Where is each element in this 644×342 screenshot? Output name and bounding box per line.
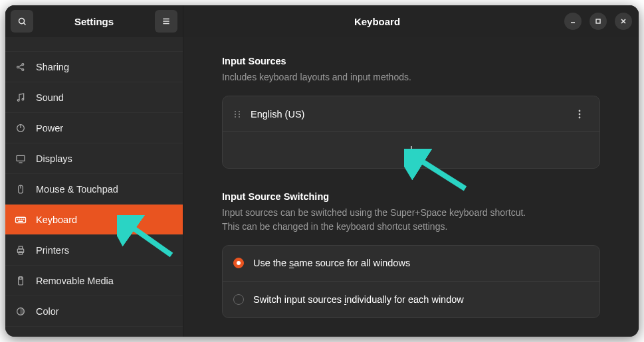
sidebar-item-power[interactable]: Power (5, 113, 183, 143)
switching-desc: Input sources can be switched using the … (222, 206, 600, 233)
content-header: Keyboard (183, 5, 639, 37)
page-title: Keyboard (190, 16, 564, 27)
radio-checked[interactable] (233, 258, 244, 268)
sidebar-item-label: Mouse & Touchpad (36, 184, 118, 195)
svg-point-39 (239, 116, 240, 118)
switching-desc-line2: This can be changed in the keyboard shor… (222, 221, 447, 232)
music-icon (15, 92, 27, 104)
svg-rect-14 (17, 155, 25, 161)
svg-point-34 (235, 111, 236, 112)
sidebar: Settings Sharing Sound (5, 5, 183, 337)
minimize-button[interactable] (564, 13, 582, 30)
switching-option-label: Switch input sources individually for ea… (253, 294, 464, 305)
svg-rect-26 (19, 252, 22, 254)
plus-icon (407, 145, 416, 155)
sidebar-header: Settings (5, 5, 183, 37)
input-source-more-button[interactable] (570, 105, 589, 124)
sidebar-list: Sharing Sound Power Displays (5, 37, 183, 337)
svg-point-23 (23, 218, 24, 219)
svg-point-11 (22, 98, 24, 100)
keyboard-icon (15, 214, 27, 226)
svg-point-38 (235, 116, 236, 118)
sidebar-item-sound[interactable]: Sound (5, 82, 183, 113)
switching-card: Use the same source for all windows Swit… (222, 245, 600, 318)
svg-point-36 (235, 114, 236, 115)
input-sources-desc: Includes keyboard layouts and input meth… (222, 70, 600, 84)
mouse-icon (15, 183, 27, 195)
svg-point-0 (19, 18, 24, 23)
svg-point-7 (22, 68, 24, 70)
hamburger-icon (161, 17, 171, 26)
add-input-source-button[interactable] (223, 132, 599, 168)
input-source-row[interactable]: English (US) (223, 96, 599, 132)
svg-point-42 (579, 116, 581, 118)
sidebar-item-keyboard[interactable]: Keyboard (5, 205, 183, 235)
sidebar-item-label: Sharing (36, 62, 69, 72)
sidebar-item-label: Keyboard (36, 214, 77, 225)
svg-line-1 (23, 23, 25, 25)
content-panel: Keyboard Input Sources Includes keyboard… (183, 5, 639, 337)
drag-handle-icon[interactable] (233, 110, 241, 119)
switching-option-same[interactable]: Use the same source for all windows (223, 246, 599, 282)
sidebar-item-label: Color (36, 306, 59, 317)
settings-window: Settings Sharing Sound (5, 5, 639, 337)
svg-line-8 (19, 64, 22, 66)
printer-icon (15, 244, 27, 256)
share-icon (15, 61, 27, 73)
sidebar-item-cutoff[interactable] (5, 40, 183, 52)
svg-point-20 (17, 218, 18, 219)
usb-icon (15, 275, 27, 287)
sidebar-item-removable[interactable]: Removable Media (5, 266, 183, 296)
svg-point-35 (239, 111, 240, 112)
minimize-icon (570, 18, 576, 25)
window-controls (564, 13, 632, 30)
sidebar-title: Settings (39, 16, 150, 27)
switching-option-individual[interactable]: Switch input sources individually for ea… (223, 282, 599, 317)
svg-point-5 (17, 66, 19, 68)
search-icon (17, 17, 27, 27)
switching-title: Input Source Switching (222, 191, 600, 202)
menu-button[interactable] (155, 10, 177, 33)
svg-point-6 (22, 63, 24, 65)
sidebar-item-label: Displays (36, 153, 72, 164)
svg-point-21 (19, 218, 20, 219)
input-sources-card: English (US) (222, 96, 600, 169)
sidebar-item-displays[interactable]: Displays (5, 143, 183, 174)
color-icon (15, 305, 27, 317)
close-button[interactable] (615, 13, 632, 30)
svg-point-10 (17, 99, 19, 101)
svg-point-40 (579, 110, 581, 112)
switching-desc-line1: Input sources can be switched using the … (222, 207, 526, 218)
sidebar-item-sharing[interactable]: Sharing (5, 52, 183, 82)
radio-unchecked[interactable] (233, 294, 244, 305)
svg-rect-25 (19, 246, 22, 249)
svg-rect-18 (16, 217, 26, 222)
power-icon (15, 122, 27, 134)
input-sources-title: Input Sources (222, 56, 600, 66)
sidebar-item-color[interactable]: Color (5, 296, 183, 327)
more-vert-icon (578, 110, 581, 119)
input-source-name: English (US) (251, 109, 304, 120)
svg-point-22 (21, 218, 22, 219)
svg-point-37 (239, 114, 240, 115)
svg-rect-31 (596, 19, 600, 23)
maximize-button[interactable] (590, 13, 607, 30)
svg-rect-28 (19, 277, 22, 279)
sidebar-item-label: Sound (36, 92, 64, 103)
svg-line-9 (19, 67, 22, 69)
svg-point-41 (579, 113, 581, 115)
sidebar-item-label: Printers (36, 245, 69, 256)
search-button[interactable] (11, 10, 33, 33)
content-body: Input Sources Includes keyboard layouts … (183, 37, 639, 337)
sidebar-item-printers[interactable]: Printers (5, 235, 183, 266)
switching-option-label: Use the same source for all windows (253, 258, 410, 268)
close-icon (620, 18, 627, 25)
sidebar-item-label: Power (36, 123, 63, 133)
sidebar-item-mouse[interactable]: Mouse & Touchpad (5, 174, 183, 205)
maximize-icon (595, 18, 601, 25)
sidebar-item-label: Removable Media (36, 276, 114, 286)
display-icon (15, 153, 27, 165)
